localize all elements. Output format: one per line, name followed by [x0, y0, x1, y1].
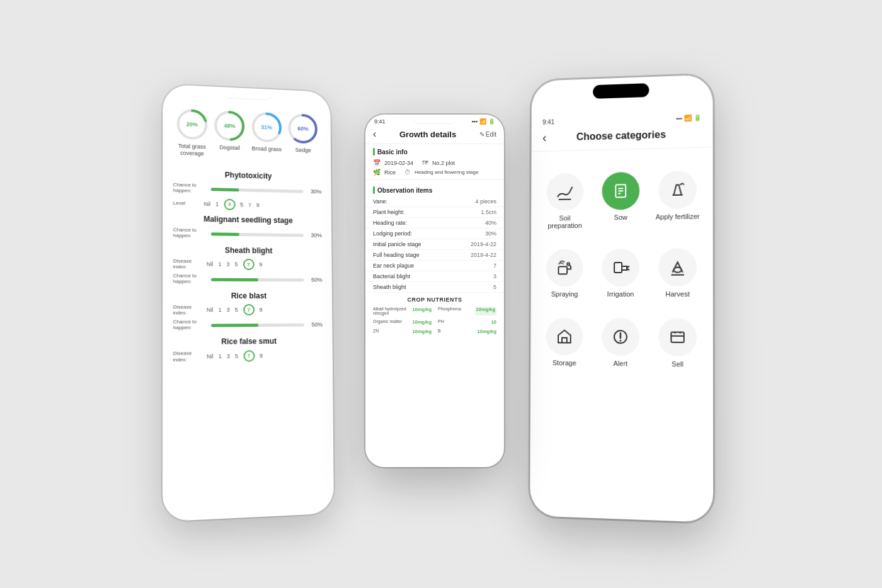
- category-item-alert[interactable]: Alert: [592, 308, 649, 378]
- coverage-label-broad: Broad grass: [252, 145, 282, 153]
- phytotoxicity-index-row: Level Nil 1 3 5 7 9: [173, 197, 322, 212]
- categories-grid: Soil preparationSowApply fertilizerSpray…: [530, 147, 713, 392]
- category-icon-storage: [546, 318, 583, 356]
- edit-button-center[interactable]: ✎ Edit: [479, 131, 496, 138]
- obs-section-label: Observation items: [377, 187, 432, 194]
- rice-blast-chance-row: Chance tohappen: 50%: [173, 319, 323, 332]
- obs-label: Heading rate:: [373, 220, 407, 226]
- crop-icon: 🌿: [373, 169, 381, 176]
- rice-blast-chance-label: Chance tohappen:: [173, 319, 209, 331]
- category-item-apply_fertilizer[interactable]: Apply fertilizer: [649, 161, 706, 239]
- category-item-harvest[interactable]: Harvest: [649, 238, 706, 308]
- nutrient-val: 10mg/kg: [413, 307, 432, 315]
- coverage-label-dogstail: Dogstail: [219, 144, 239, 152]
- obs-value: 5: [493, 284, 496, 290]
- obs-item: Initial panicle stage2019-4-22: [365, 239, 504, 250]
- coverage-item-dogstail: 48% Dogstail: [214, 109, 246, 152]
- basic-info-label: Basic info: [377, 149, 408, 155]
- nav-title-center: Growth details: [399, 130, 456, 139]
- phytotoxicity-title: Phytotoxicity: [173, 169, 322, 181]
- svg-rect-9: [558, 266, 567, 274]
- svg-rect-13: [562, 337, 567, 342]
- sheath-title: Sheath blight: [173, 245, 322, 256]
- notch-center: [413, 115, 457, 124]
- category-icon-apply_fertilizer: [658, 171, 697, 209]
- malignant-pct: 30%: [306, 232, 322, 239]
- category-item-irrigation[interactable]: Irrigation: [592, 239, 649, 308]
- battery-icon: 🔋: [488, 118, 495, 125]
- nutrient-label: B: [438, 329, 441, 334]
- nutrient-row-right: PH10: [435, 318, 499, 326]
- phytotoxicity-selected: 3: [224, 198, 235, 210]
- sheath-pct: 50%: [306, 277, 322, 283]
- obs-value: 40%: [485, 220, 496, 226]
- crop-value: Rice: [384, 169, 396, 176]
- nutrient-label: Alkali hydrolyzed nitrogen: [373, 307, 413, 315]
- obs-label: Sheath blight: [373, 284, 406, 290]
- malignant-title: Malignant seedling stage: [173, 214, 322, 225]
- category-item-soil_preparation[interactable]: Soil preparation: [537, 163, 593, 240]
- coverage-pct-sedge: 60%: [297, 125, 308, 132]
- category-label-sell: Sell: [672, 360, 684, 368]
- obs-label: Vane:: [373, 198, 387, 205]
- category-icon-harvest: [658, 248, 697, 286]
- back-button-center[interactable]: ‹: [373, 128, 376, 140]
- notch-left: [223, 87, 273, 100]
- stage-value: Heading and flowering stage: [415, 169, 478, 175]
- category-label-storage: Storage: [553, 359, 576, 366]
- category-label-sow: Sow: [614, 213, 627, 221]
- category-item-storage[interactable]: Storage: [537, 308, 592, 377]
- category-item-sell[interactable]: Sell: [649, 308, 707, 378]
- plot-value: No.2 plot: [432, 160, 455, 166]
- plot-icon: 🗺: [422, 159, 428, 166]
- svg-rect-16: [671, 332, 684, 342]
- malignant-chance-label: Chance tohappen:: [173, 227, 209, 239]
- rice-blast-selected: 7: [243, 304, 255, 315]
- category-icon-sell: [658, 318, 697, 356]
- sheath-selected: 7: [243, 259, 254, 270]
- category-label-soil_preparation: Soil preparation: [542, 214, 587, 230]
- nutrient-label: PH: [438, 319, 444, 325]
- sheath-chance-row: Chance tohappen: 50%: [173, 273, 323, 286]
- wifi-icon: 📶: [479, 118, 486, 125]
- nav-bar-right: ‹ Choose categories: [532, 122, 713, 152]
- category-label-harvest: Harvest: [665, 290, 690, 298]
- category-label-spraying: Spraying: [551, 290, 578, 298]
- dynamic-island: [593, 83, 649, 99]
- svg-point-10: [567, 263, 570, 265]
- rice-smut-title: Rice false smut: [173, 336, 323, 346]
- date-value: 2019-02-34: [384, 160, 413, 166]
- nutrient-val: 10mg/kg: [475, 307, 496, 315]
- obs-label: Lodging period:: [373, 230, 412, 237]
- signal-icon: ▪▪▪: [471, 118, 478, 125]
- obs-item: Heading rate:40%: [365, 218, 504, 229]
- phone-right: 9:41 ▪▪▪ 📶 🔋 ‹ Choose categories Soil pr…: [530, 74, 713, 522]
- nutrient-val: 10: [491, 319, 496, 325]
- rice-blast-pct: 50%: [307, 322, 323, 328]
- category-item-spraying[interactable]: Spraying: [537, 239, 592, 308]
- category-label-irrigation: Irrigation: [607, 290, 634, 298]
- divider-1: [365, 179, 504, 180]
- nutrient-row-left: Organic matter10mg/kg: [370, 318, 434, 326]
- rice-blast-index-row: Diseaseindex: Nil 1 3 5 7 9: [173, 304, 323, 317]
- obs-value: 3: [493, 273, 496, 280]
- obs-label: Initial panicle stage: [373, 241, 421, 247]
- svg-point-12: [673, 268, 681, 273]
- phytotoxicity-bar: [211, 188, 304, 193]
- obs-label: Plant height:: [373, 209, 404, 215]
- sheath-bar: [211, 278, 304, 281]
- phone-left: 20% Total grasscoverage 48% Dogstail: [163, 84, 334, 522]
- status-icons-center: ▪▪▪ 📶 🔋: [471, 118, 495, 125]
- obs-item: Lodging period:30%: [365, 229, 504, 239]
- category-icon-spraying: [546, 249, 583, 287]
- coverage-label-sedge: Sedge: [295, 147, 311, 154]
- back-button-right[interactable]: ‹: [542, 130, 547, 145]
- phytotoxicity-chance-row: Chance tohappen: 30%: [173, 181, 322, 198]
- nutrient-label: ZN: [373, 329, 379, 334]
- phytotoxicity-chance-label: Chance tohappen:: [173, 181, 209, 193]
- category-item-sow[interactable]: Sow: [593, 162, 650, 239]
- signal-icon-right: ▪▪▪: [676, 115, 682, 122]
- obs-label: Bacterial blight: [373, 273, 410, 280]
- phone-center: 9:41 ▪▪▪ 📶 🔋 ‹ Growth details ✎ Edit Bas…: [365, 115, 504, 467]
- nutrient-val: 10mg/kg: [413, 329, 432, 334]
